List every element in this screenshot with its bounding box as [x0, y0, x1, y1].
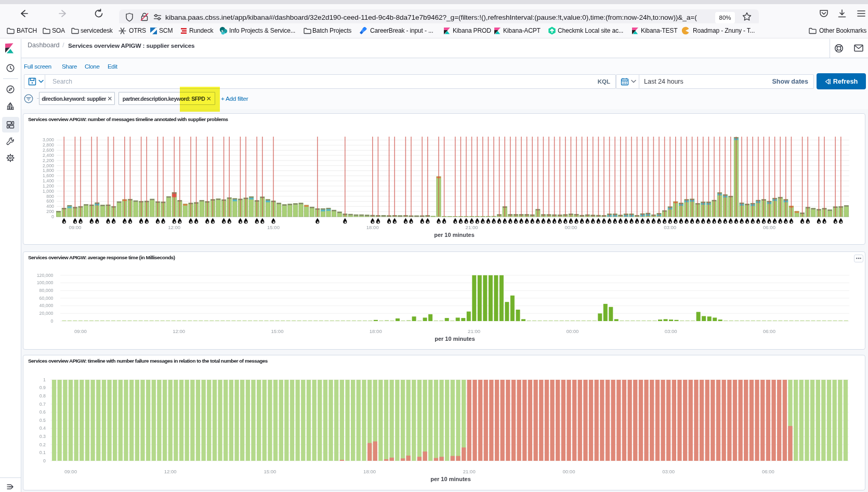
- svg-text:1,600: 1,600: [43, 173, 54, 178]
- svg-text:15:00: 15:00: [267, 224, 280, 230]
- svg-text:40,000: 40,000: [40, 303, 54, 308]
- svg-text:1,200: 1,200: [43, 183, 54, 189]
- svg-text:0: 0: [43, 458, 46, 463]
- svg-text:1,000: 1,000: [43, 189, 54, 194]
- svg-text:0.6: 0.6: [40, 409, 46, 415]
- svg-text:00:00: 00:00: [564, 224, 577, 230]
- svg-text:1,400: 1,400: [43, 178, 54, 183]
- svg-text:3,000: 3,000: [43, 137, 54, 142]
- svg-text:60,000: 60,000: [40, 296, 54, 301]
- svg-text:per 10 minutes: per 10 minutes: [430, 476, 471, 482]
- svg-text:2,000: 2,000: [43, 163, 54, 168]
- svg-text:0.5: 0.5: [40, 418, 46, 423]
- svg-text:21:00: 21:00: [463, 469, 476, 474]
- svg-text:06:00: 06:00: [763, 328, 775, 334]
- svg-text:800: 800: [46, 194, 54, 199]
- svg-text:15:00: 15:00: [271, 328, 283, 334]
- svg-text:09:00: 09:00: [69, 224, 81, 230]
- svg-text:100,000: 100,000: [37, 280, 54, 285]
- svg-text:1,800: 1,800: [43, 168, 54, 173]
- svg-text:03:00: 03:00: [664, 224, 676, 230]
- svg-text:06:00: 06:00: [763, 224, 775, 230]
- svg-text:12:00: 12:00: [164, 469, 177, 474]
- svg-text:00:00: 00:00: [562, 469, 575, 474]
- svg-text:0.2: 0.2: [40, 442, 46, 447]
- svg-text:0.7: 0.7: [40, 402, 46, 407]
- svg-text:00:00: 00:00: [566, 328, 578, 334]
- svg-text:1: 1: [43, 377, 46, 382]
- svg-text:21:00: 21:00: [466, 224, 478, 230]
- svg-text:0.1: 0.1: [40, 450, 46, 455]
- svg-text:15:00: 15:00: [264, 469, 276, 474]
- svg-text:09:00: 09:00: [64, 469, 77, 474]
- svg-text:18:00: 18:00: [366, 224, 379, 230]
- svg-text:per 10 minutes: per 10 minutes: [434, 232, 475, 238]
- svg-text:per 10 minutes: per 10 minutes: [435, 336, 475, 342]
- svg-text:80,000: 80,000: [40, 288, 54, 293]
- svg-text:18:00: 18:00: [363, 469, 376, 474]
- svg-text:2,800: 2,800: [43, 142, 54, 148]
- svg-text:21:00: 21:00: [468, 328, 480, 334]
- svg-text:200: 200: [46, 209, 54, 214]
- svg-text:0.3: 0.3: [40, 434, 46, 439]
- svg-text:18:00: 18:00: [370, 328, 382, 334]
- svg-text:0.4: 0.4: [40, 425, 46, 431]
- svg-text:0.8: 0.8: [40, 393, 46, 398]
- svg-text:2,200: 2,200: [43, 158, 54, 163]
- svg-text:600: 600: [46, 198, 54, 204]
- svg-text:09:00: 09:00: [74, 328, 87, 334]
- svg-text:03:00: 03:00: [662, 469, 675, 474]
- svg-text:06:00: 06:00: [762, 469, 774, 474]
- svg-text:20,000: 20,000: [40, 311, 54, 316]
- svg-text:0.9: 0.9: [40, 385, 46, 390]
- svg-text:0: 0: [51, 318, 54, 324]
- svg-text:s: s: [221, 29, 223, 33]
- svg-text:2,600: 2,600: [43, 148, 54, 153]
- svg-text:120,000: 120,000: [37, 273, 54, 278]
- svg-text:400: 400: [46, 204, 54, 209]
- svg-text:0: 0: [51, 214, 54, 219]
- svg-text:12:00: 12:00: [173, 328, 185, 334]
- svg-text:03:00: 03:00: [665, 328, 677, 334]
- svg-text:12:00: 12:00: [168, 224, 180, 230]
- svg-text:2,400: 2,400: [43, 153, 54, 158]
